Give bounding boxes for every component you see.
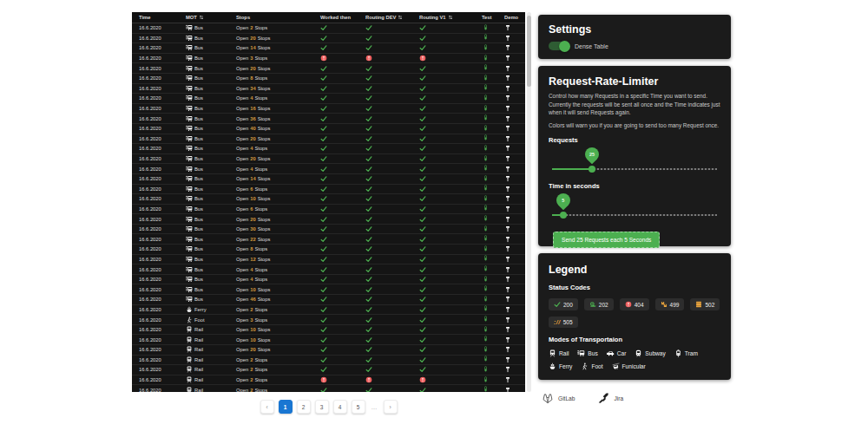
demo-gavel-icon[interactable] [504,95,511,101]
demo-gavel-icon[interactable] [504,24,511,31]
gitlab-link[interactable]: GitLab [542,392,575,404]
demo-gavel-icon[interactable] [504,135,511,142]
demo-gavel-icon[interactable] [504,166,511,173]
test-tube-icon[interactable] [482,225,490,233]
test-tube-icon[interactable] [482,114,490,122]
test-tube-icon[interactable] [482,75,490,82]
demo-gavel-icon[interactable] [504,286,511,293]
demo-gavel-icon[interactable] [504,85,511,92]
page-button-4[interactable]: 4 [333,400,347,414]
test-tube-icon[interactable] [482,95,490,102]
demo-gavel-icon[interactable] [504,376,511,383]
demo-gavel-icon[interactable] [504,65,511,72]
demo-gavel-icon[interactable] [504,75,511,82]
test-tube-icon[interactable] [482,125,490,133]
test-tube-icon[interactable] [482,285,490,293]
test-tube-icon[interactable] [482,155,490,163]
time-slider[interactable]: 5 [552,192,717,221]
test-tube-icon[interactable] [482,165,490,173]
test-tube-icon[interactable] [482,24,490,32]
demo-gavel-icon[interactable] [504,346,511,353]
demo-gavel-icon[interactable] [504,44,511,51]
column-header-mot[interactable]: MOT [182,15,233,20]
test-tube-icon[interactable] [482,336,490,343]
demo-gavel-icon[interactable] [504,276,511,283]
send-requests-button[interactable]: Send 25 Requests each 5 Seconds [553,232,660,248]
demo-gavel-icon[interactable] [504,115,511,122]
test-tube-icon[interactable] [482,376,490,384]
test-tube-icon[interactable] [482,265,490,273]
demo-gavel-icon[interactable] [504,266,511,273]
test-tube-icon[interactable] [482,255,490,263]
test-tube-icon[interactable] [482,195,490,203]
test-tube-icon[interactable] [482,185,490,193]
test-tube-icon[interactable] [482,326,490,334]
test-tube-icon[interactable] [482,305,490,313]
demo-gavel-icon[interactable] [504,145,511,152]
test-tube-icon[interactable] [482,205,490,212]
test-tube-icon[interactable] [482,145,490,153]
dense-table-toggle[interactable] [549,42,569,50]
sort-icon[interactable] [448,15,453,20]
demo-gavel-icon[interactable] [504,317,511,323]
prev-page-button[interactable]: ‹ [260,400,274,414]
test-tube-icon[interactable] [482,55,490,62]
demo-gavel-icon[interactable] [504,236,511,243]
test-tube-icon[interactable] [482,175,490,183]
table-scrollbar[interactable] [527,12,531,392]
time-slider-track[interactable] [552,214,717,216]
demo-gavel-icon[interactable] [504,206,511,212]
demo-gavel-icon[interactable] [504,306,511,313]
requests-slider-thumb[interactable] [589,166,595,173]
test-tube-icon[interactable] [482,245,490,253]
demo-gavel-icon[interactable] [504,35,511,42]
test-tube-icon[interactable] [482,316,490,323]
demo-gavel-icon[interactable] [504,186,511,193]
demo-gavel-icon[interactable] [504,356,511,363]
demo-gavel-icon[interactable] [504,225,511,232]
demo-gavel-icon[interactable] [504,387,511,392]
demo-gavel-icon[interactable] [504,175,511,182]
demo-gavel-icon[interactable] [504,326,511,333]
demo-gavel-icon[interactable] [504,155,511,162]
test-tube-icon[interactable] [482,235,490,243]
page-button-5[interactable]: 5 [352,400,365,414]
bus-icon [577,349,585,357]
column-header-routing-v1[interactable]: Routing V1 [411,15,477,20]
test-tube-icon[interactable] [482,346,490,354]
page-button-1[interactable]: 1 [279,400,293,414]
test-tube-icon[interactable] [482,105,490,113]
test-tube-icon[interactable] [482,64,490,72]
test-tube-icon[interactable] [482,366,490,374]
test-tube-icon[interactable] [482,84,490,92]
demo-gavel-icon[interactable] [504,55,511,62]
test-tube-icon[interactable] [482,276,490,284]
demo-gavel-icon[interactable] [504,195,511,202]
test-tube-icon[interactable] [482,296,490,304]
table-scrollbar-thumb[interactable] [527,16,531,87]
demo-gavel-icon[interactable] [504,105,511,112]
sort-icon[interactable] [398,15,403,20]
page-button-2[interactable]: 2 [297,400,311,414]
next-page-button[interactable]: › [384,400,398,414]
test-tube-icon[interactable] [482,44,490,52]
demo-gavel-icon[interactable] [504,216,511,223]
test-tube-icon[interactable] [482,215,490,223]
time-slider-thumb[interactable] [560,212,567,219]
test-tube-icon[interactable] [482,356,490,363]
test-tube-icon[interactable] [482,134,490,142]
sort-icon[interactable] [199,15,204,20]
demo-gavel-icon[interactable] [504,366,511,373]
demo-gavel-icon[interactable] [504,245,511,252]
column-header-routing-dev[interactable]: Routing DEV [358,15,411,20]
demo-gavel-icon[interactable] [504,336,511,343]
demo-gavel-icon[interactable] [504,125,511,132]
jira-link[interactable]: Jira [597,392,623,404]
test-tube-icon[interactable] [482,386,490,392]
page-button-3[interactable]: 3 [315,400,329,414]
success-check-icon [365,276,372,283]
demo-gavel-icon[interactable] [504,296,511,303]
requests-slider[interactable]: 25 [552,146,717,175]
demo-gavel-icon[interactable] [504,256,511,263]
test-tube-icon[interactable] [482,34,490,42]
